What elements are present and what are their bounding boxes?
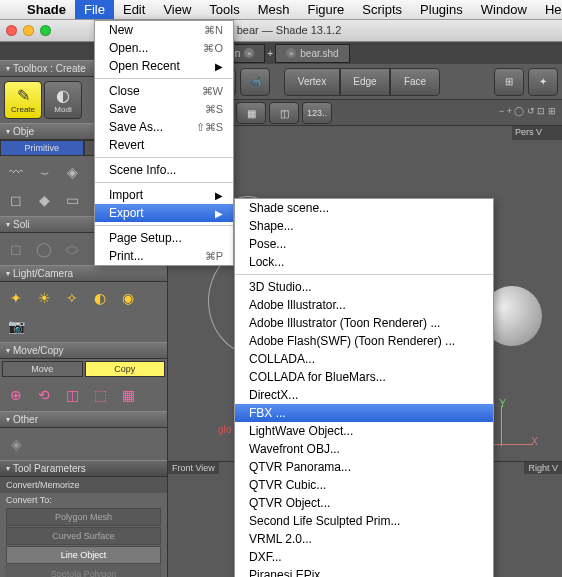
- toolbar-icon[interactable]: ▦: [236, 102, 266, 124]
- light-icon[interactable]: ✧: [60, 286, 84, 310]
- menu-new[interactable]: New⌘N: [95, 21, 233, 39]
- light-icon[interactable]: ☀: [32, 286, 56, 310]
- export-piranesi[interactable]: Piranesi EPix...: [235, 566, 493, 577]
- menu-close[interactable]: Close⌘W: [95, 82, 233, 100]
- menu-file[interactable]: File: [75, 0, 114, 19]
- other-icon[interactable]: ◈: [4, 432, 28, 456]
- viewport-controls[interactable]: − + ◯ ↺ ⊡ ⊞: [499, 106, 556, 116]
- close-window-button[interactable]: [6, 25, 17, 36]
- export-lightwave[interactable]: LightWave Object...: [235, 422, 493, 440]
- close-icon[interactable]: ×: [286, 48, 296, 58]
- menu-open[interactable]: Open...⌘O: [95, 39, 233, 57]
- menu-tools[interactable]: Tools: [200, 0, 248, 19]
- light-icon[interactable]: ◉: [116, 286, 140, 310]
- menu-print[interactable]: Print...⌘P: [95, 247, 233, 265]
- menu-figure[interactable]: Figure: [298, 0, 353, 19]
- light-icon[interactable]: ◐: [88, 286, 112, 310]
- move-button[interactable]: Move: [2, 361, 83, 377]
- menu-shade[interactable]: Shade: [18, 0, 75, 19]
- transform-icon[interactable]: ◫: [60, 383, 84, 407]
- export-submenu: Shade scene... Shape... Pose... Lock... …: [234, 198, 494, 577]
- camera-view-icon[interactable]: 📹: [240, 68, 270, 96]
- cube-icon[interactable]: ◻: [4, 188, 28, 212]
- toolbar-icon[interactable]: ◫: [269, 102, 299, 124]
- menu-help[interactable]: Help: [536, 0, 562, 19]
- transform-icon[interactable]: ▦: [116, 383, 140, 407]
- export-qtvr-cubic[interactable]: QTVR Cubic...: [235, 476, 493, 494]
- widget-icon[interactable]: ⊞: [494, 68, 524, 96]
- export-shape[interactable]: Shape...: [235, 217, 493, 235]
- solid-icon[interactable]: ⬭: [60, 237, 84, 261]
- menu-scene-info[interactable]: Scene Info...: [95, 161, 233, 179]
- copy-button[interactable]: Copy: [85, 361, 166, 377]
- doc-tab[interactable]: ×bear.shd: [275, 44, 349, 63]
- shape-icon[interactable]: ◈: [60, 160, 84, 184]
- convert-spetola-polygon[interactable]: Spetola Polygon: [6, 565, 161, 577]
- menu-save-as[interactable]: Save As...⇧⌘S: [95, 118, 233, 136]
- convert-polygon-mesh[interactable]: Polygon Mesh: [6, 508, 161, 526]
- menu-export[interactable]: Export▶: [95, 204, 233, 222]
- light-icon[interactable]: ✦: [4, 286, 28, 310]
- menu-scripts[interactable]: Scripts: [353, 0, 411, 19]
- x-axis: [492, 444, 532, 445]
- solid-icon[interactable]: ◯: [32, 237, 56, 261]
- viewport-label-right: Right V: [524, 462, 562, 474]
- solid-icon[interactable]: ◻: [4, 237, 28, 261]
- menu-page-setup[interactable]: Page Setup...: [95, 229, 233, 247]
- modify-tool-button[interactable]: ◐Modi: [44, 81, 82, 119]
- viewport-label-front: Front View: [168, 462, 219, 474]
- menu-plugins[interactable]: Plugins: [411, 0, 472, 19]
- menu-save[interactable]: Save⌘S: [95, 100, 233, 118]
- menu-mesh[interactable]: Mesh: [249, 0, 299, 19]
- toolbar-123-button[interactable]: 123..: [302, 102, 332, 124]
- convert-line-object[interactable]: Line Object: [6, 546, 161, 564]
- u-curve-icon[interactable]: ⌣: [32, 160, 56, 184]
- create-tool-button[interactable]: ✎Create: [4, 81, 42, 119]
- shape-icon[interactable]: ▭: [60, 188, 84, 212]
- move-copy-header[interactable]: Move/Copy: [0, 342, 167, 359]
- edge-mode-button[interactable]: Edge: [340, 68, 390, 96]
- transform-icon[interactable]: ⟲: [32, 383, 56, 407]
- curve-icon[interactable]: 〰: [4, 160, 28, 184]
- face-mode-button[interactable]: Face: [390, 68, 440, 96]
- minimize-window-button[interactable]: [23, 25, 34, 36]
- export-directx[interactable]: DirectX...: [235, 386, 493, 404]
- export-dxf[interactable]: DXF...: [235, 548, 493, 566]
- y-axis-label: Y: [499, 398, 506, 409]
- menu-edit[interactable]: Edit: [114, 0, 154, 19]
- close-icon[interactable]: ×: [244, 48, 254, 58]
- export-3dstudio[interactable]: 3D Studio...: [235, 278, 493, 296]
- zoom-window-button[interactable]: [40, 25, 51, 36]
- export-secondlife[interactable]: Second Life Sculpted Prim...: [235, 512, 493, 530]
- export-collada-bluemars[interactable]: COLLADA for BlueMars...: [235, 368, 493, 386]
- menu-window[interactable]: Window: [472, 0, 536, 19]
- menu-import[interactable]: Import▶: [95, 186, 233, 204]
- export-fbx[interactable]: FBX ...: [235, 404, 493, 422]
- tool-icon[interactable]: ✦: [528, 68, 558, 96]
- shape-icon[interactable]: ◆: [32, 188, 56, 212]
- camera-icon[interactable]: 📷: [4, 314, 28, 338]
- menu-revert[interactable]: Revert: [95, 136, 233, 154]
- export-pose[interactable]: Pose...: [235, 235, 493, 253]
- transform-icon[interactable]: ⬚: [88, 383, 112, 407]
- export-flash-toon[interactable]: Adobe Flash(SWF) (Toon Renderer) ...: [235, 332, 493, 350]
- export-vrml[interactable]: VRML 2.0...: [235, 530, 493, 548]
- export-shade-scene[interactable]: Shade scene...: [235, 199, 493, 217]
- other-header[interactable]: Other: [0, 411, 167, 428]
- tool-parameters-header[interactable]: Tool Parameters: [0, 460, 167, 477]
- export-illustrator-toon[interactable]: Adobe Illustrator (Toon Renderer) ...: [235, 314, 493, 332]
- light-camera-header[interactable]: Light/Camera: [0, 265, 167, 282]
- menu-view[interactable]: View: [154, 0, 200, 19]
- transform-icon[interactable]: ⊕: [4, 383, 28, 407]
- export-lock[interactable]: Lock...: [235, 253, 493, 271]
- export-qtvr-object[interactable]: QTVR Object...: [235, 494, 493, 512]
- vertex-mode-button[interactable]: Vertex: [284, 68, 340, 96]
- primitive-tab[interactable]: Primitive: [0, 140, 84, 156]
- convert-curved-surface[interactable]: Curved Surface: [6, 527, 161, 545]
- export-illustrator[interactable]: Adobe Illustrator...: [235, 296, 493, 314]
- export-wavefront-obj[interactable]: Wavefront OBJ...: [235, 440, 493, 458]
- export-qtvr-panorama[interactable]: QTVR Panorama...: [235, 458, 493, 476]
- window-title: bear — Shade 13.1.2: [221, 24, 342, 37]
- export-collada[interactable]: COLLADA...: [235, 350, 493, 368]
- menu-open-recent[interactable]: Open Recent▶: [95, 57, 233, 75]
